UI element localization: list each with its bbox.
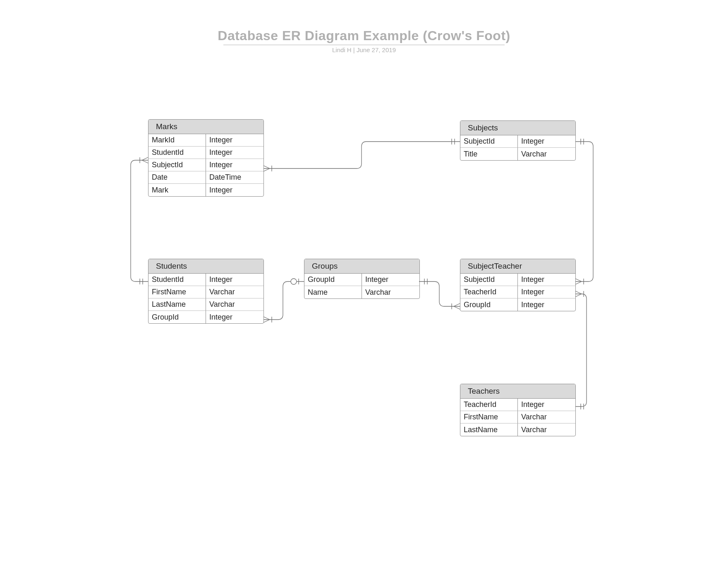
field-name: SubjectId — [148, 159, 206, 171]
field-type: Varchar — [518, 148, 575, 160]
entity-students[interactable]: Students StudentIdInteger FirstNameVarch… — [148, 259, 264, 324]
table-row: SubjectIdInteger — [460, 135, 575, 148]
field-name: TeacherId — [460, 286, 518, 298]
table-row: LastNameVarchar — [148, 298, 263, 311]
field-type: Integer — [206, 184, 263, 196]
field-name: Name — [304, 286, 362, 298]
diagram-subtitle: Lindi H | June 27, 2019 — [0, 46, 728, 53]
entity-marks[interactable]: Marks MarkIdInteger StudentIdInteger Sub… — [148, 119, 264, 197]
field-type: Integer — [362, 274, 419, 286]
entity-teachers[interactable]: Teachers TeacherIdInteger FirstNameVarch… — [460, 384, 576, 436]
entity-header: Groups — [304, 259, 419, 274]
entity-header: Teachers — [460, 384, 575, 399]
rel-marks-subjects — [263, 139, 460, 171]
table-row: TeacherIdInteger — [460, 399, 575, 411]
table-row: TitleVarchar — [460, 148, 575, 160]
entity-subjects[interactable]: Subjects SubjectIdInteger TitleVarchar — [460, 120, 576, 161]
field-type: Integer — [206, 274, 263, 286]
field-name: GroupId — [460, 298, 518, 311]
field-name: FirstName — [148, 286, 206, 298]
table-row: MarkIdInteger — [148, 134, 263, 147]
field-name: LastName — [148, 298, 206, 311]
table-row: TeacherIdInteger — [460, 286, 575, 298]
table-row: DateDateTime — [148, 171, 263, 184]
rel-groups-subjectteacher — [419, 279, 460, 309]
field-type: DateTime — [206, 171, 263, 184]
field-name: MarkId — [148, 134, 206, 147]
rel-subjects-subjectteacher — [575, 139, 593, 284]
field-name: Date — [148, 171, 206, 184]
rel-subjectteacher-teachers — [575, 291, 587, 409]
table-row: FirstNameVarchar — [460, 411, 575, 423]
field-type: Integer — [206, 159, 263, 171]
field-type: Integer — [518, 399, 575, 411]
entity-header: Subjects — [460, 121, 575, 135]
field-type: Integer — [518, 286, 575, 298]
field-type: Integer — [518, 135, 575, 148]
field-name: TeacherId — [460, 399, 518, 411]
table-row: SubjectIdInteger — [460, 274, 575, 286]
field-name: LastName — [460, 423, 518, 436]
field-name: GroupId — [148, 311, 206, 323]
field-type: Integer — [206, 147, 263, 159]
field-type: Varchar — [362, 286, 419, 298]
svg-point-7 — [291, 279, 297, 284]
rel-students-groups — [263, 279, 304, 322]
field-type: Varchar — [518, 423, 575, 436]
title-rule — [223, 45, 505, 45]
entity-header: Marks — [148, 120, 263, 134]
table-row: GroupIdInteger — [304, 274, 419, 286]
diagram-title-block: Database ER Diagram Example (Crow's Foot… — [0, 28, 728, 43]
field-name: StudentId — [148, 274, 206, 286]
table-row: NameVarchar — [304, 286, 419, 298]
field-name: FirstName — [460, 411, 518, 423]
field-type: Integer — [518, 274, 575, 286]
field-type: Varchar — [206, 286, 263, 298]
field-type: Integer — [518, 298, 575, 311]
field-name: SubjectId — [460, 135, 518, 148]
table-row: StudentIdInteger — [148, 147, 263, 159]
field-type: Varchar — [206, 298, 263, 311]
entity-header: Students — [148, 259, 263, 274]
entity-header: SubjectTeacher — [460, 259, 575, 274]
table-row: FirstNameVarchar — [148, 286, 263, 298]
field-type: Integer — [206, 134, 263, 147]
field-type: Varchar — [518, 411, 575, 423]
table-row: GroupIdInteger — [148, 311, 263, 323]
diagram-title: Database ER Diagram Example (Crow's Foot… — [218, 28, 510, 43]
table-row: SubjectIdInteger — [148, 159, 263, 171]
field-name: StudentId — [148, 147, 206, 159]
table-row: LastNameVarchar — [460, 423, 575, 436]
entity-groups[interactable]: Groups GroupIdInteger NameVarchar — [304, 259, 420, 299]
field-name: GroupId — [304, 274, 362, 286]
rel-marks-students — [131, 157, 148, 284]
field-name: Mark — [148, 184, 206, 196]
field-type: Integer — [206, 311, 263, 323]
table-row: MarkInteger — [148, 184, 263, 196]
table-row: StudentIdInteger — [148, 274, 263, 286]
field-name: Title — [460, 148, 518, 160]
field-name: SubjectId — [460, 274, 518, 286]
table-row: GroupIdInteger — [460, 298, 575, 311]
entity-subjectteacher[interactable]: SubjectTeacher SubjectIdInteger TeacherI… — [460, 259, 576, 311]
